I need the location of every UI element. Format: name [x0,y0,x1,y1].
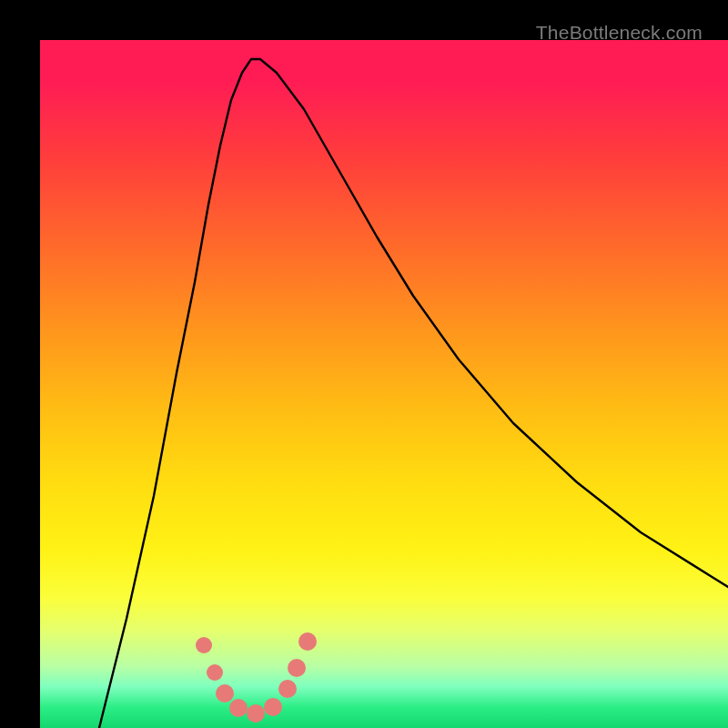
plot-area [40,40,728,728]
marker-bottom-1 [229,699,248,717]
marker-left-1 [196,637,212,653]
marker-bottom-3 [264,698,282,716]
curve-svg [40,40,728,728]
markers-group [196,632,317,723]
chart-frame: TheBottleneck.com [0,0,728,728]
bottleneck-curve [99,59,728,728]
marker-bottom-2 [247,704,265,723]
watermark-text: TheBottleneck.com [536,22,703,44]
marker-right-3 [298,632,317,651]
marker-left-3 [216,684,234,703]
marker-left-2 [207,664,223,681]
marker-right-2 [288,659,306,677]
marker-right-1 [278,680,297,698]
